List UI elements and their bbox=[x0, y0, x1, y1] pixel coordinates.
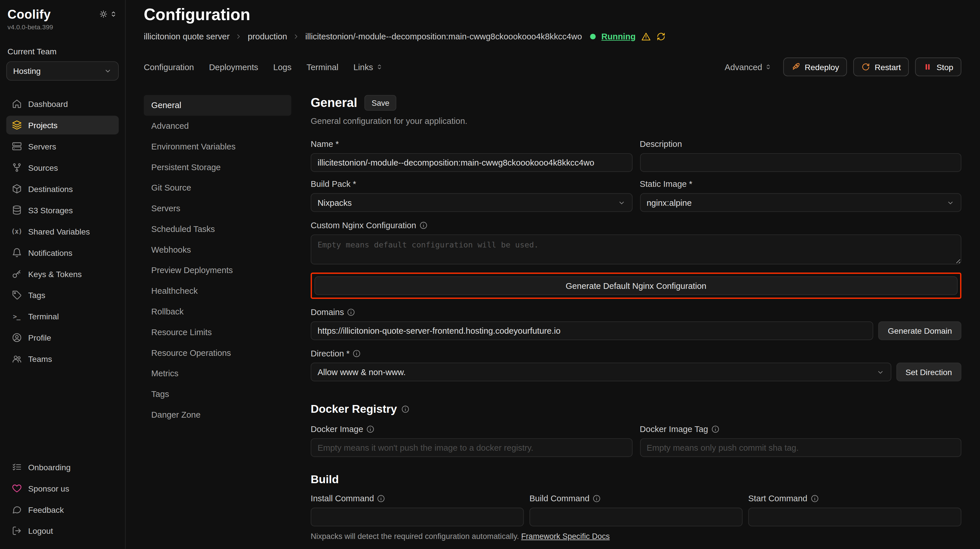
subnav-item-tags[interactable]: Tags bbox=[144, 384, 291, 404]
sidebar-item-feedback[interactable]: Feedback bbox=[6, 500, 119, 519]
subnav-item-git-source[interactable]: Git Source bbox=[144, 178, 291, 198]
subnav-item-webhooks[interactable]: Webhooks bbox=[144, 239, 291, 260]
breadcrumb-application[interactable]: illicitestonion/-module--decomposition:m… bbox=[305, 32, 582, 41]
generate-domain-button[interactable]: Generate Domain bbox=[878, 321, 961, 340]
tab-configuration[interactable]: Configuration bbox=[144, 62, 194, 72]
advanced-label: Advanced bbox=[725, 62, 762, 72]
sidebar-item-keys-tokens[interactable]: Keys & Tokens bbox=[6, 264, 119, 283]
logout-icon bbox=[11, 525, 22, 536]
breadcrumb-environment[interactable]: production bbox=[248, 32, 287, 41]
docker-image-tag-input[interactable] bbox=[640, 438, 961, 457]
sidebar-item-servers[interactable]: Servers bbox=[6, 137, 119, 156]
status-dot bbox=[590, 33, 596, 40]
restart-label: Restart bbox=[875, 62, 901, 72]
subnav-item-resource-operations[interactable]: Resource Operations bbox=[144, 343, 291, 363]
nginx-config-textarea[interactable] bbox=[311, 234, 961, 264]
chevron-updown-icon bbox=[375, 63, 383, 71]
generate-default-nginx-config-button[interactable]: Generate Default Nginx Configuration bbox=[314, 276, 958, 295]
chevron-down-icon bbox=[876, 368, 884, 376]
subnav-item-persistent-storage[interactable]: Persistent Storage bbox=[144, 157, 291, 178]
install-command-input[interactable] bbox=[311, 508, 524, 526]
refresh-icon[interactable] bbox=[656, 32, 666, 41]
chevron-down-icon bbox=[104, 67, 112, 75]
current-team-label: Current Team bbox=[6, 47, 119, 56]
sidebar-item-terminal[interactable]: >_ Terminal bbox=[6, 307, 119, 326]
team-select[interactable]: Hosting bbox=[6, 61, 119, 81]
redeploy-button[interactable]: Redeploy bbox=[783, 57, 847, 76]
theme-toggle[interactable] bbox=[99, 10, 118, 18]
subnav-item-metrics[interactable]: Metrics bbox=[144, 363, 291, 384]
subnav-item-environment-variables[interactable]: Environment Variables bbox=[144, 136, 291, 157]
field-docker-image-tag: Docker Image Tag bbox=[640, 425, 961, 457]
sidebar-item-tags[interactable]: Tags bbox=[6, 286, 119, 304]
sidebar-item-notifications[interactable]: Notifications bbox=[6, 243, 119, 262]
field-domains: Domains Generate Domain bbox=[311, 307, 961, 340]
tab-logs[interactable]: Logs bbox=[273, 62, 292, 72]
sidebar-item-projects[interactable]: Projects bbox=[6, 116, 119, 134]
tab-bar: Configuration Deployments Logs Terminal … bbox=[144, 57, 961, 76]
database-icon bbox=[11, 205, 22, 215]
sidebar-item-teams[interactable]: Teams bbox=[6, 350, 119, 368]
sun-icon bbox=[99, 10, 108, 18]
sidebar-footer-nav: Onboarding Sponsor us Feedback Logout bbox=[6, 458, 119, 540]
build-pack-select[interactable]: Nixpacks bbox=[311, 193, 632, 212]
direction-label: Direction * bbox=[311, 349, 350, 358]
subnav-item-rollback[interactable]: Rollback bbox=[144, 301, 291, 322]
package-icon bbox=[11, 183, 22, 194]
sidebar-item-sponsor[interactable]: Sponsor us bbox=[6, 479, 119, 498]
sidebar-item-onboarding[interactable]: Onboarding bbox=[6, 458, 119, 476]
restart-button[interactable]: Restart bbox=[854, 57, 909, 76]
subnav-item-advanced[interactable]: Advanced bbox=[144, 116, 291, 136]
screen: Coolify v4.0.0-beta.399 Current Team Hos… bbox=[0, 0, 980, 549]
tab-terminal[interactable]: Terminal bbox=[307, 62, 339, 72]
subnav-item-healthcheck[interactable]: Healthcheck bbox=[144, 281, 291, 302]
description-input[interactable] bbox=[640, 153, 961, 172]
subnav-item-general[interactable]: General bbox=[144, 95, 291, 116]
sidebar-item-s3-storages[interactable]: S3 Storages bbox=[6, 201, 119, 219]
sidebar-item-label: Keys & Tokens bbox=[28, 269, 82, 278]
section-heading-general: General bbox=[311, 96, 357, 110]
tag-icon bbox=[11, 290, 22, 300]
direction-select[interactable]: Allow www & non-www. bbox=[311, 363, 891, 382]
warning-icon[interactable] bbox=[641, 32, 651, 41]
stop-button[interactable]: Stop bbox=[915, 57, 961, 76]
sidebar-item-label: Teams bbox=[28, 354, 52, 364]
tab-deployments[interactable]: Deployments bbox=[209, 62, 258, 72]
sidebar-item-dashboard[interactable]: Dashboard bbox=[6, 94, 119, 113]
annotation-highlight: Generate Default Nginx Configuration bbox=[311, 272, 961, 299]
sidebar-item-logout[interactable]: Logout bbox=[6, 521, 119, 540]
field-description: Description bbox=[640, 139, 961, 172]
breadcrumb-project[interactable]: illicitonion quote server bbox=[144, 32, 230, 41]
domains-label: Domains bbox=[311, 307, 344, 317]
name-input[interactable] bbox=[311, 153, 632, 172]
static-image-select[interactable]: nginx:alpine bbox=[640, 193, 961, 212]
sidebar-item-label: Notifications bbox=[28, 248, 72, 257]
save-button[interactable]: Save bbox=[365, 95, 396, 111]
sidebar-nav: Dashboard Projects Servers Sources Desti… bbox=[6, 94, 119, 368]
subnav-item-scheduled-tasks[interactable]: Scheduled Tasks bbox=[144, 219, 291, 239]
chevron-right-icon bbox=[293, 33, 300, 40]
sidebar-item-destinations[interactable]: Destinations bbox=[6, 179, 119, 198]
sidebar-item-sources[interactable]: Sources bbox=[6, 158, 119, 177]
sidebar-item-profile[interactable]: Profile bbox=[6, 328, 119, 347]
subnav-item-danger-zone[interactable]: Danger Zone bbox=[144, 404, 291, 425]
sidebar-item-label: Sponsor us bbox=[28, 484, 69, 493]
build-command-input[interactable] bbox=[529, 508, 743, 526]
tab-links[interactable]: Links bbox=[353, 62, 383, 72]
set-direction-button[interactable]: Set Direction bbox=[896, 363, 961, 382]
users-icon bbox=[11, 353, 22, 364]
domains-input[interactable] bbox=[311, 321, 873, 340]
advanced-menu[interactable]: Advanced bbox=[725, 62, 772, 72]
section-subtitle: General configuration for your applicati… bbox=[311, 116, 961, 126]
sidebar-item-shared-variables[interactable]: (x) Shared Variables bbox=[6, 222, 119, 240]
static-image-label: Static Image * bbox=[640, 179, 692, 189]
sidebar-item-label: Servers bbox=[28, 142, 56, 151]
start-command-input[interactable] bbox=[748, 508, 961, 526]
status-link[interactable]: Running bbox=[601, 32, 636, 41]
framework-docs-link[interactable]: Framework Specific Docs bbox=[521, 532, 609, 541]
subnav-item-resource-limits[interactable]: Resource Limits bbox=[144, 322, 291, 343]
docker-image-input[interactable] bbox=[311, 438, 632, 457]
subnav-item-servers[interactable]: Servers bbox=[144, 198, 291, 219]
chevron-down-icon bbox=[617, 199, 625, 207]
subnav-item-preview-deployments[interactable]: Preview Deployments bbox=[144, 260, 291, 281]
